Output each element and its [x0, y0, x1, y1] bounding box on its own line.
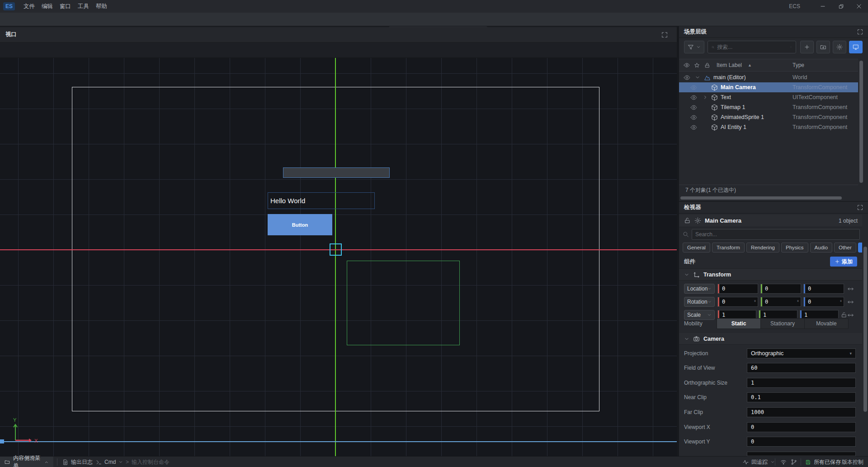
display-mode-button[interactable]: [849, 41, 863, 53]
visibility-eye-icon[interactable]: [690, 94, 697, 101]
location-y-field[interactable]: [760, 284, 801, 294]
reset-rotation-icon[interactable]: [847, 299, 854, 305]
visibility-eye-icon[interactable]: [690, 114, 697, 121]
add-entity-button[interactable]: [800, 41, 814, 53]
hierarchy-vertical-scrollbar[interactable]: [858, 59, 864, 200]
chevron-down-icon: [696, 45, 701, 49]
selection-handle[interactable]: [330, 243, 342, 256]
inspector-expand-icon[interactable]: [857, 204, 863, 211]
tab-transform[interactable]: Transform: [712, 243, 745, 253]
tree-row-main[interactable]: main (Editor) World: [679, 72, 858, 82]
camera-section-header[interactable]: Camera: [679, 333, 868, 345]
entity-cube-icon: [711, 124, 718, 131]
chevron-down-icon: [708, 286, 712, 291]
tab-physics[interactable]: Physics: [781, 243, 808, 253]
viewport-expand-icon[interactable]: [661, 31, 668, 38]
tab-rendering[interactable]: Rendering: [746, 243, 779, 253]
folder-icon: [5, 459, 10, 465]
hierarchy-settings-button[interactable]: [833, 41, 846, 53]
tree-row-main-camera[interactable]: Main Camera TransformComponent: [679, 82, 858, 92]
field-of-view-input[interactable]: [747, 363, 856, 373]
save-status[interactable]: 所有已保存: [805, 457, 841, 467]
entity-tilemap-bar[interactable]: [283, 167, 390, 178]
rotation-y-field[interactable]: °: [760, 297, 801, 307]
tab-general[interactable]: General: [683, 243, 710, 253]
console-command-input[interactable]: > 输入控制台命令: [126, 457, 170, 467]
location-dropdown[interactable]: Location: [684, 284, 715, 294]
tree-row-label: main (Editor): [713, 74, 746, 81]
mobility-stationary[interactable]: Stationary: [761, 319, 805, 329]
tree-row-tilemap[interactable]: Tilemap 1 TransformComponent: [679, 102, 858, 112]
tab-audio[interactable]: Audio: [810, 243, 832, 253]
hierarchy-horizontal-scrollbar[interactable]: [679, 196, 858, 200]
content-drawer-label: 内容侧滑菜单: [13, 454, 41, 467]
inspector-tabs: General Transform Rendering Physics Audi…: [683, 243, 868, 253]
visibility-eye-icon[interactable]: [690, 104, 697, 111]
visibility-eye-icon[interactable]: [684, 74, 690, 81]
tree-row-animatedsprite[interactable]: AnimatedSprite 1 TransformComponent: [679, 112, 858, 122]
location-x-field[interactable]: [717, 284, 758, 294]
orthographic-size-input[interactable]: [747, 378, 856, 388]
projection-select[interactable]: Orthographic ▾: [747, 348, 856, 358]
minimize-button[interactable]: [814, 0, 832, 13]
version-control-button[interactable]: 版本控制: [842, 457, 863, 467]
visibility-eye-icon[interactable]: [690, 84, 697, 91]
guide-line-blue: [0, 441, 677, 442]
tab-other[interactable]: Other: [834, 243, 856, 253]
mobility-movable[interactable]: Movable: [805, 319, 848, 329]
location-z-field[interactable]: [803, 284, 844, 294]
tree-row-label: AI Entity 1: [721, 124, 746, 130]
search-icon: [683, 231, 689, 238]
gear-icon[interactable]: [694, 217, 701, 224]
content-drawer-button[interactable]: 内容侧滑菜单: [0, 457, 53, 467]
unlock-icon[interactable]: [684, 217, 691, 224]
rotation-z-field[interactable]: °: [803, 297, 844, 307]
tree-row-type: UITextComponent: [793, 94, 838, 100]
visibility-eye-icon[interactable]: [690, 124, 697, 131]
new-folder-button[interactable]: [816, 41, 830, 53]
rotation-x-field[interactable]: °: [717, 297, 758, 307]
tree-row-text[interactable]: Text UITextComponent: [679, 92, 858, 102]
axis-y-label: Y: [13, 417, 17, 423]
cmd-dropdown[interactable]: Cmd: [96, 457, 123, 467]
close-button[interactable]: [850, 0, 868, 13]
reset-location-icon[interactable]: [847, 286, 854, 292]
hierarchy-expand-icon[interactable]: [857, 29, 863, 35]
inspector-search-input[interactable]: [695, 231, 856, 238]
network-status-icon[interactable]: [780, 459, 787, 465]
filter-dropdown[interactable]: [684, 41, 704, 53]
axis-x-label: X: [34, 438, 38, 443]
source-control-branch-icon[interactable]: [791, 459, 797, 465]
rotation-dropdown[interactable]: Rotation: [684, 297, 715, 307]
column-type[interactable]: Type: [793, 62, 804, 68]
chevron-right-icon[interactable]: [703, 95, 708, 100]
terminal-icon: [96, 459, 102, 465]
viewport-canvas[interactable]: Hello World Button Y X: [0, 58, 677, 456]
tree-row-type: TransformComponent: [793, 124, 847, 130]
chevron-down-icon: [770, 460, 775, 464]
mobility-static[interactable]: Static: [717, 319, 761, 329]
inspector-vertical-scrollbar[interactable]: [862, 214, 868, 456]
column-item-label[interactable]: Item Label: [717, 62, 742, 68]
output-log-button[interactable]: 输出日志: [62, 457, 93, 467]
trace-dropdown[interactable]: 回追踪: [743, 457, 775, 467]
viewport-x-input[interactable]: [747, 422, 856, 432]
entity-button[interactable]: Button: [268, 214, 332, 235]
folder-plus-icon: [820, 44, 826, 50]
near-clip-input[interactable]: [747, 392, 856, 402]
inspector-search[interactable]: [683, 229, 860, 240]
transform-section-header[interactable]: Transform: [679, 269, 868, 281]
hierarchy-search-input[interactable]: [717, 44, 787, 50]
viewport-y-input[interactable]: [747, 437, 856, 447]
console-placeholder: 输入控制台命令: [132, 458, 170, 466]
chevron-down-icon[interactable]: [695, 75, 700, 80]
restore-button[interactable]: [832, 0, 850, 13]
entity-text[interactable]: Hello World: [268, 192, 375, 209]
tree-column-header[interactable]: Item Label ▲ Type: [679, 59, 858, 71]
tree-row-ai-entity[interactable]: AI Entity 1 TransformComponent: [679, 122, 858, 132]
add-component-button[interactable]: 添加: [830, 257, 857, 267]
entity-collider-rect[interactable]: [347, 261, 460, 345]
far-clip-input[interactable]: [747, 407, 856, 417]
hierarchy-search[interactable]: [708, 41, 796, 53]
menu-help[interactable]: 帮助: [90, 0, 113, 13]
